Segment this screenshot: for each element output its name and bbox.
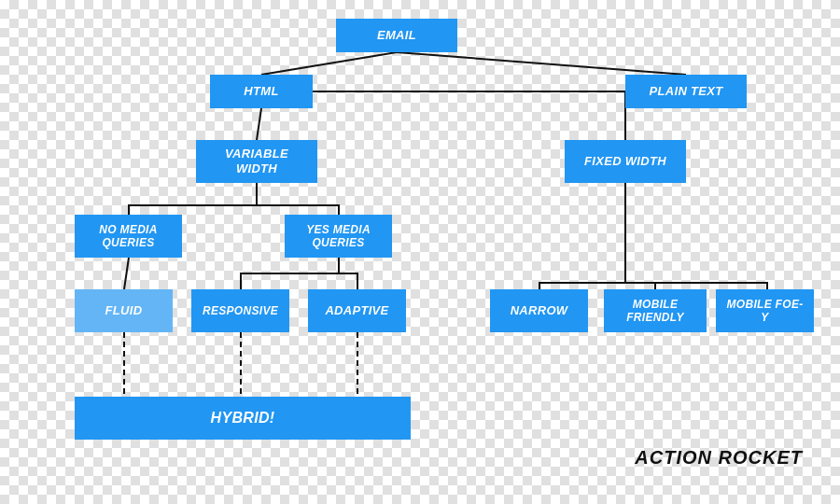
yes-media-queries-box: YES MEDIA QUERIES <box>285 215 392 258</box>
brand-label: ACTION ROCKET <box>635 447 803 469</box>
svg-line-1 <box>397 52 686 75</box>
responsive-box: RESPONSIVE <box>191 289 289 332</box>
mobile-friendly-box: MOBILE FRIENDLY <box>604 289 707 332</box>
fluid-box: FLUID <box>75 289 173 332</box>
svg-line-3 <box>124 258 129 289</box>
no-media-queries-box: NO MEDIA QUERIES <box>75 215 182 258</box>
svg-line-2 <box>257 108 261 140</box>
narrow-box: NARROW <box>490 289 588 332</box>
variable-width-box: VARIABLE WIDTH <box>196 140 317 183</box>
adaptive-box: ADAPTIVE <box>308 289 406 332</box>
html-box: HTML <box>210 75 313 108</box>
hybrid-box: HYBRID! <box>75 397 411 440</box>
plain-text-box: PLAIN TEXT <box>625 75 747 108</box>
diagram: EMAIL HTML PLAIN TEXT VARIABLE WIDTH FIX… <box>28 9 812 485</box>
email-box: EMAIL <box>336 19 457 52</box>
fixed-width-box: FIXED WIDTH <box>565 140 686 183</box>
svg-line-0 <box>261 52 397 75</box>
mobile-foe-y-box: MOBILE FOE-Y <box>716 289 814 332</box>
